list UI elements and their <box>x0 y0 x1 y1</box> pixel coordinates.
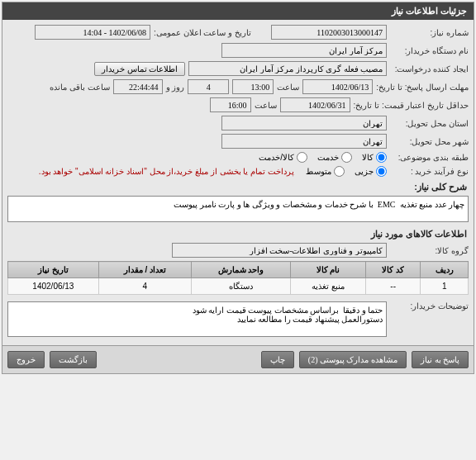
city-deliver-label: شهر محل تحویل: <box>390 137 469 146</box>
respond-button[interactable]: پاسخ به نیاز <box>412 351 469 368</box>
city-deliver-field <box>221 134 387 149</box>
category-radio-group: کالا خدمت کالا/خدمت <box>259 152 387 163</box>
category-label: طبقه بندی موضوعی: <box>390 153 469 162</box>
buyer-desc-text <box>7 301 387 337</box>
deadline-date-field <box>302 79 373 94</box>
contact-info-button[interactable]: اطلاعات تماس خریدار <box>94 62 185 76</box>
buyer-desc-label: توضیحات خریدار: <box>390 301 469 311</box>
days-remain-field <box>188 79 229 94</box>
day-label: روز و <box>166 83 185 92</box>
proc-partial-radio[interactable] <box>376 166 387 177</box>
validity-time-field <box>210 97 251 112</box>
table-row[interactable]: 1 -- منبع تغذیه دستگاه 4 1402/06/13 <box>8 278 469 295</box>
need-details-panel: جزئیات اطلاعات نیاز شماره نیاز: تاریخ و … <box>2 2 474 374</box>
cat-service-option[interactable]: خدمت <box>317 152 352 163</box>
city-demand-label: استان محل تحویل: <box>390 119 469 128</box>
td-qty: 4 <box>98 278 191 295</box>
table-header-row: ردیف کد کالا نام کالا واحد شمارش تعداد /… <box>8 262 469 278</box>
proc-medium-radio[interactable] <box>334 166 345 177</box>
deadline-time-field <box>232 79 274 94</box>
print-button[interactable]: چاپ <box>261 351 294 368</box>
cat-goods-option[interactable]: کالا <box>362 152 387 163</box>
group-label: گروه کالا: <box>390 246 469 255</box>
cat-goods-service-option[interactable]: کالا/خدمت <box>259 152 307 163</box>
cat-goods-text: کالا <box>362 153 374 162</box>
deadline-label: مهلت ارسال پاسخ: تا تاریخ: <box>376 83 469 92</box>
proc-medium-text: متوسط <box>306 167 331 176</box>
cat-goods-radio[interactable] <box>376 152 387 163</box>
time-label-1: ساعت <box>277 83 299 92</box>
th-name: نام کالا <box>291 262 366 278</box>
proc-partial-option[interactable]: جزیی <box>355 166 387 177</box>
validity-label: حداقل تاریخ اعتبار قیمت: تا تاریخ: <box>354 101 469 110</box>
proc-partial-text: جزیی <box>355 167 374 176</box>
cat-goods-service-radio[interactable] <box>297 152 307 163</box>
panel-body: شماره نیاز: تاریخ و ساعت اعلان عمومی: نا… <box>2 20 474 345</box>
hours-remain-field <box>113 79 163 94</box>
cat-service-text: خدمت <box>317 153 339 162</box>
attachments-button[interactable]: مشاهده مدارک پیوستی (2) <box>299 351 407 368</box>
buyer-label: نام دستگاه خریدار: <box>390 46 469 55</box>
proc-medium-option[interactable]: متوسط <box>306 166 345 177</box>
need-no-field <box>271 25 387 40</box>
exit-button[interactable]: خروج <box>7 351 45 368</box>
th-date: تاریخ نیاز <box>8 262 99 278</box>
td-unit: دستگاه <box>191 278 290 295</box>
back-button[interactable]: بازگشت <box>50 351 97 368</box>
td-name: منبع تغذیه <box>291 278 366 295</box>
public-date-field <box>35 25 150 40</box>
th-unit: واحد شمارش <box>191 262 290 278</box>
process-note: پرداخت تمام یا بخشی از مبلغ خرید،از محل … <box>39 167 294 176</box>
creator-field <box>188 61 387 76</box>
td-code: -- <box>365 278 420 295</box>
th-qty: تعداد / مقدار <box>98 262 191 278</box>
process-label: نوع فرآیند خرید : <box>390 167 469 176</box>
creator-label: ایجاد کننده درخواست: <box>390 64 469 74</box>
public-date-label: تاریخ و ساعت اعلان عمومی: <box>154 28 251 37</box>
cat-service-radio[interactable] <box>341 152 352 163</box>
process-radio-group: جزیی متوسط <box>306 166 387 177</box>
buyer-field <box>221 43 387 58</box>
hours-label: ساعت باقی مانده <box>50 83 110 92</box>
items-section-title: اطلاعات کالاهای مورد نیاز <box>9 229 467 239</box>
summary-text <box>7 196 469 222</box>
panel-title: جزئیات اطلاعات نیاز <box>2 2 474 20</box>
time-label-2: ساعت <box>255 101 277 110</box>
city-demand-field <box>221 116 387 130</box>
summary-label: شرح کلی نیاز: <box>9 182 467 192</box>
footer-bar: پاسخ به نیاز مشاهده مدارک پیوستی (2) چاپ… <box>2 345 474 373</box>
need-no-label: شماره نیاز: <box>390 28 469 37</box>
th-code: کد کالا <box>365 262 420 278</box>
td-date: 1402/06/13 <box>8 278 99 295</box>
group-field <box>172 243 387 258</box>
th-row: ردیف <box>421 262 469 278</box>
validity-date-field <box>280 97 350 112</box>
cat-goods-service-text: کالا/خدمت <box>259 153 294 162</box>
td-row: 1 <box>421 278 469 295</box>
items-table: ردیف کد کالا نام کالا واحد شمارش تعداد /… <box>7 261 469 295</box>
